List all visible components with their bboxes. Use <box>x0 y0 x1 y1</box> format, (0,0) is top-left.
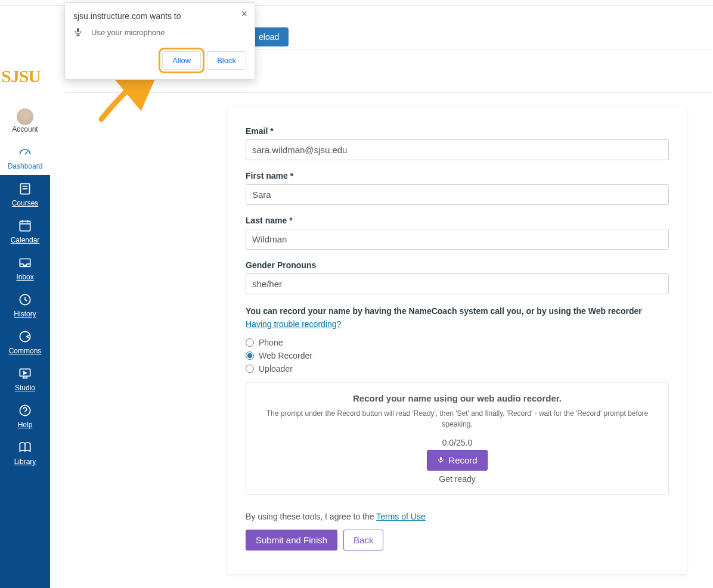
back-button[interactable]: Back <box>343 530 383 550</box>
radio-web-input[interactable] <box>246 351 254 360</box>
radio-phone-input[interactable] <box>246 338 254 347</box>
form-actions: Submit and Finish Back <box>246 530 669 550</box>
divider <box>64 92 711 93</box>
radio-label: Phone <box>259 338 283 347</box>
recorder-panel: Record your name using our web audio rec… <box>246 382 669 495</box>
terms-prefix: By using these tools, I agree to the <box>246 512 376 521</box>
svg-point-15 <box>24 413 25 413</box>
trouble-recording-link[interactable]: Having trouble recording? <box>246 319 341 329</box>
sidebar-item-inbox[interactable]: Inbox <box>0 249 50 286</box>
pronouns-field[interactable] <box>246 273 669 294</box>
permission-text: Use your microphone <box>91 28 165 37</box>
firstname-label: First name * <box>246 171 669 181</box>
svg-point-14 <box>20 405 30 415</box>
commons-icon <box>1 329 49 344</box>
record-intro-text: You can record your name by having the N… <box>246 306 669 316</box>
sidebar-item-label: Inbox <box>16 273 33 281</box>
sidebar-item-studio[interactable]: Studio <box>0 360 50 397</box>
recorder-title: Record your name using our web audio rec… <box>257 393 658 403</box>
sidebar-item-label: Help <box>18 421 33 429</box>
sidebar-item-label: History <box>14 310 36 318</box>
lastname-field[interactable] <box>246 229 669 250</box>
email-label: Email * <box>246 126 669 136</box>
svg-rect-3 <box>20 221 30 231</box>
record-button[interactable]: Record <box>427 450 487 471</box>
terms-of-use-link[interactable]: Terms of Use <box>376 512 425 521</box>
terms-row: By using these tools, I agree to the Ter… <box>246 512 669 521</box>
lastname-label: Last name * <box>246 216 669 225</box>
history-icon <box>1 292 49 307</box>
calendar-icon <box>1 218 49 234</box>
sidebar-item-calendar[interactable]: Calendar <box>0 212 50 249</box>
courses-icon <box>1 181 49 197</box>
dashboard-icon <box>1 144 49 160</box>
namecoach-form-card: Email * First name * Last name * Gender … <box>228 107 687 574</box>
sidebar-item-label: Dashboard <box>8 162 43 170</box>
microphone-icon <box>437 455 445 465</box>
submit-button[interactable]: Submit and Finish <box>246 530 337 550</box>
recorder-description: The prompt under the Record button will … <box>257 408 658 430</box>
sidebar-item-commons[interactable]: Commons <box>0 323 50 360</box>
avatar-icon <box>1 107 49 123</box>
global-nav: Account Dashboard Courses Calendar Inbox… <box>0 101 50 588</box>
recording-method-radios: Phone Web Recorder Uploader <box>246 338 669 374</box>
radio-uploader-input[interactable] <box>246 365 254 373</box>
radio-web[interactable]: Web Recorder <box>246 351 669 360</box>
close-icon[interactable]: × <box>237 7 251 21</box>
microphone-permission-popup: × sjsu.instructure.com wants to Use your… <box>64 2 255 80</box>
sidebar-item-courses[interactable]: Courses <box>0 175 50 212</box>
sidebar-item-help[interactable]: Help <box>0 397 50 434</box>
email-field[interactable] <box>246 139 669 160</box>
pronouns-label: Gender Pronouns <box>246 260 669 270</box>
radio-label: Web Recorder <box>259 351 312 360</box>
microphone-icon <box>73 27 83 38</box>
sidebar-item-label: Calendar <box>11 236 40 244</box>
studio-icon <box>1 366 49 381</box>
allow-button[interactable]: Allow <box>162 51 201 70</box>
sidebar-item-label: Studio <box>15 384 35 392</box>
radio-phone[interactable]: Phone <box>246 338 669 347</box>
svg-point-9 <box>20 331 30 341</box>
sidebar-item-label: Account <box>12 125 38 133</box>
sidebar-item-history[interactable]: History <box>0 286 50 323</box>
inbox-icon <box>1 255 49 270</box>
sidebar-item-library[interactable]: Library <box>0 434 50 471</box>
sidebar-item-account[interactable]: Account <box>0 101 50 138</box>
permission-site-text: sjsu.instructure.com wants to <box>73 11 246 21</box>
recorder-status: Get ready <box>257 474 658 484</box>
radio-label: Uploader <box>259 364 293 374</box>
sidebar-item-label: Commons <box>9 347 42 355</box>
permission-row: Use your microphone <box>73 27 246 38</box>
permission-actions: Allow Block <box>73 51 246 70</box>
firstname-field[interactable] <box>246 184 669 205</box>
sidebar-item-label: Library <box>14 458 36 466</box>
library-icon <box>1 440 49 455</box>
sjsu-logo: SJSU <box>1 58 41 94</box>
record-button-label: Record <box>448 455 477 465</box>
help-icon <box>1 403 49 418</box>
block-button[interactable]: Block <box>207 51 246 70</box>
sidebar-item-dashboard[interactable]: Dashboard <box>0 138 50 175</box>
radio-uploader[interactable]: Uploader <box>246 364 669 374</box>
sidebar-item-label: Courses <box>12 199 39 207</box>
recorder-timer: 0.0/25.0 <box>257 438 658 447</box>
